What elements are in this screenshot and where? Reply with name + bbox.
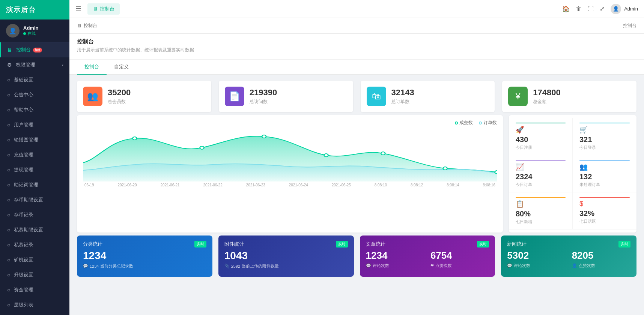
page-content: 🖥 控制台 控制台 控制台 用于展示当前系统中的统计数据、统计报表及重要实时数据… <box>69 18 644 315</box>
side-stat-2: 📈 2324 今日订单 <box>509 155 573 192</box>
sidebar-icon-level: ○ <box>7 302 10 308</box>
sidebar-item-carousel[interactable]: ○轮播图管理 <box>0 132 69 147</box>
dot-2 <box>200 146 204 149</box>
side-stat-num-3: 132 <box>579 172 630 181</box>
card-col-num-2-0: 1234 <box>366 250 424 261</box>
stats-row: 👥 35200 总会员数 📄 219390 总访问数 🛍 32143 总订单数 … <box>69 75 644 115</box>
xaxis-label: 8:08:10 <box>375 183 387 187</box>
side-stat-icon-5: $ <box>579 200 583 208</box>
stat-icon-1: 📄 <box>225 87 244 106</box>
stat-num-1: 219390 <box>250 88 277 98</box>
stat-card-0: 👥 35200 总会员数 <box>77 81 211 112</box>
sidebar-item-withdraw[interactable]: ○提现管理 <box>0 162 69 177</box>
card-sub-label-0: 当前分类总记录数 <box>100 263 133 269</box>
sidebar-item-deposit-records[interactable]: ○存币记录 <box>0 207 69 222</box>
user-status: 在线 <box>23 31 38 36</box>
card-col-label-2-0: 评论次数 <box>373 263 389 268</box>
sidebar-icon-deposit-limit: ○ <box>7 197 10 203</box>
card-title-2: 文章统计 <box>366 241 385 248</box>
card-col-icon-3-1: 👤 <box>572 263 577 268</box>
side-stat-label-4: 七日新增 <box>516 219 566 225</box>
sidebar-item-lang[interactable]: ○语言包设置 <box>0 312 69 315</box>
sidebar-item-announcement[interactable]: ○公告中心 <box>0 87 69 102</box>
stat-icon-row-0: 🚀 <box>516 126 566 134</box>
sidebar-icon-deposit-records: ○ <box>7 212 10 218</box>
top-nav: ☰ 🖥 控制台 🏠 🗑 ⛶ ⤢ 👤 Admin <box>69 0 644 18</box>
side-stat-num-4: 80% <box>516 210 566 218</box>
user-info: Admin 在线 <box>23 25 38 36</box>
page-title: 控制台 <box>77 38 636 45</box>
xaxis-label: 2021-06-22 <box>203 183 223 187</box>
expand-icon[interactable]: ⤢ <box>600 5 605 12</box>
realtime-badge-3: 实时 <box>618 241 630 248</box>
hamburger-menu[interactable]: ☰ <box>75 5 81 13</box>
home-icon[interactable]: 🏠 <box>562 5 570 12</box>
sidebar-icon-asset: ○ <box>7 287 10 293</box>
card-col-sub-3-0: 💬 评论次数 <box>507 263 566 268</box>
xaxis-label: 06-19 <box>84 183 94 187</box>
bottom-row: 分类统计 实时 1234 💬 1234 当前分类总记录数 附件统计 实时 104… <box>69 236 644 283</box>
side-stat-icon-3: 👥 <box>579 163 588 171</box>
admin-menu[interactable]: 👤 Admin <box>611 4 638 14</box>
breadcrumb: 🖥 控制台 <box>77 22 97 29</box>
card-col-icon-2-1: ❤ <box>430 263 434 268</box>
card-col-label-2-1: 点赞次数 <box>435 263 452 268</box>
stat-info-0: 35200 总会员数 <box>108 88 131 105</box>
sidebar-item-basic[interactable]: ○基础设置 <box>0 72 69 87</box>
sidebar-item-recharge[interactable]: ○充值管理 <box>0 147 69 162</box>
sidebar: 演示后台 👤 Admin 在线 🖥控制台hot⚙权限管理‹○基础设置○公告中心○… <box>0 0 69 315</box>
card-title-1: 附件统计 <box>224 241 244 248</box>
status-dot <box>23 32 26 35</box>
sidebar-item-help[interactable]: ○帮助中心 <box>0 102 69 117</box>
card-big-num-0: 1234 <box>83 250 206 262</box>
tab-custom[interactable]: 自定义 <box>107 60 136 75</box>
sidebar-label-privacy-limit: 私募期限设置 <box>14 226 43 233</box>
sidebar-item-privacy-limit[interactable]: ○私募期限设置 <box>0 222 69 237</box>
side-stat-num-5: 32% <box>579 209 630 218</box>
sidebar-item-permission[interactable]: ⚙权限管理‹ <box>0 57 69 72</box>
user-name: Admin <box>23 25 38 31</box>
stat-card-1: 📄 219390 总访问数 <box>219 81 353 112</box>
card-header-3: 新闻统计 实时 <box>507 241 630 248</box>
side-stat-5: $ 32% 七日活跃 <box>573 192 636 230</box>
avatar: 👤 <box>6 24 20 38</box>
side-stat-0: 🚀 430 今日注册 <box>509 118 573 155</box>
sidebar-item-privacy-records[interactable]: ○私募记录 <box>0 237 69 252</box>
stat-card-3: ¥ 174800 总金额 <box>502 81 636 112</box>
stat-underline-5 <box>579 197 630 198</box>
stat-icon-row-2: 📈 <box>516 163 566 171</box>
sidebar-item-upgrade[interactable]: ○升级设置 <box>0 267 69 282</box>
stat-info-1: 219390 总访问数 <box>250 88 277 105</box>
stat-underline-3 <box>579 160 630 160</box>
sidebar-label-dashboard: 控制台 <box>16 46 31 53</box>
side-stat-icon-4: 📋 <box>516 200 524 208</box>
legend-dot-green <box>455 122 458 124</box>
stat-icon-0: 👥 <box>83 87 102 106</box>
bottom-card-attach: 附件统计 实时 1043 📎 2592 当前上传的附件数量 <box>218 236 354 277</box>
sidebar-label-announcement: 公告中心 <box>14 92 33 98</box>
fullscreen-icon[interactable]: ⛶ <box>588 6 594 12</box>
chart-svg-wrap <box>83 129 497 182</box>
sidebar-item-miner[interactable]: ○矿机设置 <box>0 252 69 267</box>
admin-avatar: 👤 <box>611 4 621 14</box>
card-sub-0: 💬 1234 当前分类总记录数 <box>83 263 206 269</box>
dot-7 <box>495 171 497 174</box>
sidebar-user: 👤 Admin 在线 <box>0 20 69 42</box>
sidebar-item-asset[interactable]: ○资金管理 <box>0 282 69 297</box>
sidebar-item-dashboard[interactable]: 🖥控制台hot <box>0 42 69 57</box>
sidebar-item-user[interactable]: ○用户管理 <box>0 117 69 132</box>
realtime-badge-0: 实时 <box>194 241 206 248</box>
tab-dashboard[interactable]: 控制台 <box>77 60 107 75</box>
card-sub-label-1: 当前上传的附件数量 <box>242 263 279 269</box>
active-tab[interactable]: 🖥 控制台 <box>87 3 120 15</box>
sidebar-item-deposit-limit[interactable]: ○存币期限设置 <box>0 192 69 207</box>
sidebar-label-level: 层级列表 <box>14 302 33 308</box>
sidebar-item-level[interactable]: ○层级列表 <box>0 297 69 312</box>
sidebar-label-user: 用户管理 <box>14 122 33 128</box>
dot-4 <box>324 154 328 157</box>
delete-icon[interactable]: 🗑 <box>576 6 582 12</box>
card-col-sub-2-1: ❤ 点赞次数 <box>430 263 489 268</box>
stat-underline-1 <box>579 123 630 123</box>
sidebar-item-helpdesk[interactable]: ○助记词管理 <box>0 177 69 192</box>
xaxis-label: 2021-06-21 <box>161 183 180 187</box>
